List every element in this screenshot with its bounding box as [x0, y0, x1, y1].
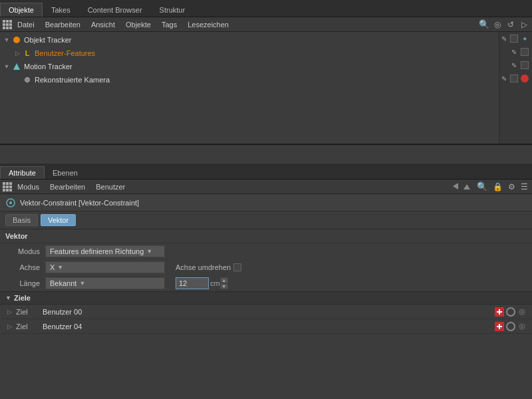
- laenge-dropdown-arrow: ▼: [79, 280, 85, 287]
- expand-icon-mt[interactable]: ▼: [3, 63, 11, 70]
- expand-icon-bf[interactable]: ▷: [13, 49, 21, 57]
- ziel-0-value: Benutzer 00: [43, 308, 495, 316]
- checkbox-icon-1[interactable]: [510, 34, 519, 43]
- attr-menu-benutzer[interactable]: Benutzer: [90, 182, 130, 192]
- arrow-up-icon[interactable]: [464, 183, 470, 191]
- achse-umdrehen-container: Achse umdrehen: [176, 263, 241, 271]
- objekt-tracker-label: Objekt Tracker: [24, 36, 72, 44]
- menu-ansicht[interactable]: Ansicht: [86, 19, 120, 30]
- scene-right-column: ✎ ✦ ✎ ✎: [499, 32, 532, 144]
- laenge-spinbox: 12 cm ▲ ▼: [176, 277, 228, 289]
- vektor-constraint-icon: [5, 198, 16, 208]
- ziele-section: ▼ Ziele ▷ Ziel Benutzer 00 ◎ ▷ Zie: [0, 291, 532, 334]
- menu-objekte[interactable]: Objekte: [120, 19, 156, 30]
- top-tab-bar: Objekte Takes Content Browser Struktur: [0, 0, 532, 17]
- ziel-0-expand[interactable]: ▷: [5, 308, 13, 316]
- vektor-section-header: Vektor: [0, 229, 532, 243]
- tree-item-rekonstruierte-kamera[interactable]: Rekonstruierte Kamera: [0, 73, 499, 86]
- laenge-spin-up[interactable]: ▲: [220, 277, 228, 283]
- motion-tracker-label: Motion Tracker: [24, 63, 72, 70]
- achse-dropdown-arrow: ▼: [57, 264, 63, 271]
- attr-menu-bearbeiten[interactable]: Bearbeiten: [45, 182, 90, 192]
- ziel-1-expand[interactable]: ▷: [5, 323, 13, 331]
- tab-struktur[interactable]: Struktur: [151, 3, 194, 17]
- modus-dropdown[interactable]: Features definieren Richtung ▼: [45, 245, 165, 257]
- achse-row: Achse X ▼ Achse umdrehen: [0, 259, 532, 275]
- modus-value: Features definieren Richtung: [50, 247, 144, 255]
- achse-dropdown[interactable]: X ▼: [45, 261, 165, 273]
- ziele-collapse-header[interactable]: ▼ Ziele: [0, 291, 532, 305]
- settings-attr-icon[interactable]: ⚙: [508, 182, 515, 192]
- benutzer-icon: L: [23, 49, 32, 58]
- tab-attribute[interactable]: Attribute: [0, 166, 45, 179]
- attr-menu-modus[interactable]: Modus: [12, 182, 45, 192]
- ziel-1-circle-icon[interactable]: [506, 322, 515, 331]
- sub-tab-vektor[interactable]: Vektor: [41, 214, 76, 226]
- no-icon-4[interactable]: [520, 74, 529, 83]
- ziel-1-icons: ◎: [495, 322, 527, 331]
- menu-tags[interactable]: Tags: [156, 19, 182, 30]
- search-attr-icon[interactable]: 🔍: [477, 182, 487, 192]
- ziel-0-red-icon[interactable]: [495, 307, 504, 317]
- ziele-title: Ziele: [14, 294, 31, 302]
- tree-item-benutzer-features[interactable]: ▷ L Benutzer-Features: [0, 47, 499, 60]
- checkbox-icon-2[interactable]: [520, 47, 529, 57]
- pencil-icon-3[interactable]: ✎: [509, 61, 519, 70]
- achse-value: X: [50, 263, 55, 271]
- lock-attr-icon[interactable]: 🔒: [493, 182, 503, 192]
- ziele-collapse-arrow: ▼: [5, 295, 11, 301]
- pencil-icon-1[interactable]: ✎: [499, 34, 509, 43]
- scene-tree: ▼ Objekt Tracker ▷ L Benutzer-Features ▼: [0, 32, 499, 144]
- svg-rect-5: [499, 324, 500, 329]
- scene-panel: ▼ Objekt Tracker ▷ L Benutzer-Features ▼: [0, 32, 532, 145]
- ziel-row-0[interactable]: ▷ Ziel Benutzer 00 ◎: [0, 305, 532, 319]
- achse-umdrehen-checkbox[interactable]: [233, 263, 241, 271]
- sub-tabs: Basis Vektor: [0, 211, 532, 229]
- ziel-1-red-icon[interactable]: [495, 322, 504, 331]
- checkbox-icon-4[interactable]: [510, 74, 519, 83]
- tree-item-objekt-tracker[interactable]: ▼ Objekt Tracker: [0, 33, 499, 47]
- more-attr-icon[interactable]: ☰: [521, 182, 528, 192]
- laenge-label: Länge: [5, 279, 45, 287]
- ziel-1-arrow-icon[interactable]: ◎: [517, 322, 527, 331]
- tab-takes[interactable]: Takes: [43, 3, 79, 17]
- tree-item-motion-tracker[interactable]: ▼ Motion Tracker: [0, 60, 499, 73]
- ziel-row-1[interactable]: ▷ Ziel Benutzer 04 ◎: [0, 319, 532, 334]
- kamera-icon: [23, 75, 32, 84]
- sub-tab-basis[interactable]: Basis: [5, 214, 38, 226]
- special-icon-1[interactable]: ✦: [520, 34, 529, 43]
- arrow-icon[interactable]: ▷: [519, 19, 529, 30]
- menu-lesezeichen[interactable]: Lesezeichen: [182, 19, 234, 30]
- ziel-0-label: Ziel: [16, 308, 43, 316]
- menu-datei[interactable]: Datei: [12, 19, 40, 30]
- refresh-icon[interactable]: ↺: [505, 19, 516, 30]
- laenge-dropdown[interactable]: Bekannt ▼: [45, 277, 165, 289]
- expand-icon-rk: [13, 76, 21, 84]
- tab-ebenen[interactable]: Ebenen: [45, 167, 86, 179]
- target-icon[interactable]: ◎: [492, 19, 503, 30]
- pencil-icon-2[interactable]: ✎: [509, 47, 519, 57]
- achse-label: Achse: [5, 263, 45, 271]
- menu-bearbeiten[interactable]: Bearbeiten: [40, 19, 86, 30]
- ziel-0-icons: ◎: [495, 307, 527, 317]
- arrow-left-icon[interactable]: [453, 183, 458, 191]
- pencil-icon-4[interactable]: ✎: [499, 74, 509, 83]
- menu-bar: Datei Bearbeiten Ansicht Objekte Tags Le…: [0, 17, 532, 32]
- laenge-control: Bekannt ▼ 12 cm ▲ ▼: [45, 277, 527, 289]
- expand-icon[interactable]: ▼: [3, 36, 11, 44]
- tab-objekte[interactable]: Objekte: [0, 3, 43, 17]
- attr-grid-icon[interactable]: [3, 182, 12, 192]
- modus-control: Features definieren Richtung ▼: [45, 245, 527, 257]
- ziel-0-arrow-icon[interactable]: ◎: [517, 307, 527, 317]
- row-icons-1: ✎ ✦: [499, 32, 532, 45]
- laenge-spin-down[interactable]: ▼: [220, 283, 228, 289]
- ziel-0-circle-icon[interactable]: [506, 307, 515, 317]
- tab-content-browser[interactable]: Content Browser: [79, 3, 151, 17]
- search-icon[interactable]: 🔍: [479, 19, 489, 30]
- laenge-input[interactable]: 12: [176, 277, 209, 289]
- checkbox-icon-3[interactable]: [520, 61, 529, 70]
- achse-control: X ▼ Achse umdrehen: [45, 261, 527, 273]
- attr-tab-bar: Attribute Ebenen: [0, 164, 532, 180]
- laenge-row: Länge Bekannt ▼ 12 cm ▲ ▼: [0, 275, 532, 291]
- grid-menu-icon[interactable]: [3, 20, 12, 29]
